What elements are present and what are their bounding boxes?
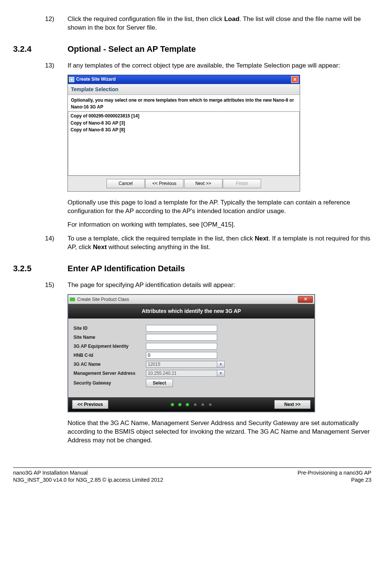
next-button[interactable]: Next >> (184, 179, 222, 188)
step-number: 12) (13, 15, 68, 32)
svg-rect-1 (71, 78, 73, 81)
wizard-title: Create Site Product Class (77, 296, 129, 302)
ac-name-label: 3G AC Name (72, 360, 144, 369)
hnb-cid-input[interactable] (146, 352, 217, 359)
template-selection-wizard: Create Site Wizard ✕ Template Selection … (68, 75, 300, 192)
wizard-titlebar: Create Site Product Class ✕ (68, 295, 314, 304)
cancel-button[interactable]: Cancel (107, 179, 145, 188)
list-item[interactable]: Copy of 000295-0000023815 [14] (70, 113, 298, 119)
progress-dot-icon (171, 403, 174, 406)
site-name-input[interactable] (146, 334, 217, 341)
mgmt-server-combo[interactable]: ▼ (146, 370, 225, 377)
finish-button: Finish (223, 179, 261, 188)
progress-dot-icon (194, 403, 197, 406)
equipment-identity-input[interactable] (146, 343, 217, 350)
step-text: To use a template, click the required te… (68, 234, 371, 252)
app-icon (70, 298, 75, 301)
section-number: 3.2.4 (13, 44, 68, 55)
section-heading-325: 3.2.5 Enter AP Identification Details (13, 263, 371, 274)
section-number: 3.2.5 (13, 263, 68, 274)
step-text: Click the required configuration file in… (68, 15, 371, 32)
security-gateway-label: Security Gateway (72, 378, 144, 388)
step-number: 14) (13, 234, 68, 252)
section-heading-324: 3.2.4 Optional - Select an AP Template (13, 44, 371, 55)
progress-dot-icon (201, 403, 204, 406)
mgmt-server-input (146, 370, 217, 377)
chapter-title: Pre-Provisioning a nano3G AP (297, 469, 371, 477)
step-text: If any templates of the correct object t… (68, 62, 371, 70)
page-number: Page 23 (297, 476, 371, 484)
paragraph: Optionally use this page to load a templ… (68, 198, 371, 216)
step-14: 14) To use a template, click the require… (13, 234, 371, 252)
wizard-title: Create Site Wizard (76, 76, 116, 82)
equipment-identity-label: 3G AP Equipment Identity (72, 342, 144, 351)
ap-identification-wizard: Create Site Product Class ✕ Attributes w… (68, 294, 315, 412)
wizard-footer: << Previous Next >> (68, 397, 314, 412)
footer-right: Pre-Provisioning a nano3G AP Page 23 (297, 469, 371, 484)
wizard-instruction: Optionally, you may select one or more t… (68, 95, 300, 111)
wizard-footer: Cancel << Previous Next >> Finish (68, 176, 300, 191)
wizard-titlebar: Create Site Wizard ✕ (68, 75, 300, 84)
chevron-down-icon[interactable]: ▼ (217, 361, 225, 368)
footer-left: nano3G AP Installation Manual N3G_INST_3… (13, 469, 163, 484)
previous-button[interactable]: << Previous (72, 400, 108, 409)
next-button[interactable]: Next >> (274, 400, 311, 409)
select-gateway-button[interactable]: Select (146, 379, 173, 387)
wizard-header: Attributes which identify the new 3G AP (68, 304, 314, 319)
wizard-subheader: Template Selection (68, 84, 300, 95)
progress-dot-icon (209, 403, 212, 406)
wizard-icon (69, 77, 74, 82)
ac-name-combo[interactable]: ▼ (146, 361, 225, 368)
step-number: 15) (13, 281, 68, 290)
step-text: The page for specifying AP identificatio… (68, 281, 371, 290)
hnb-cid-label: HNB C-Id (72, 351, 144, 360)
doc-version: N3G_INST_300 v14.0 for N3G_2.85 © ip.acc… (13, 476, 163, 484)
template-list[interactable]: Copy of 000295-0000023815 [14] Copy of N… (68, 111, 300, 176)
manual-title: nano3G AP Installation Manual (13, 469, 163, 477)
site-id-input[interactable] (146, 325, 217, 332)
section-title: Enter AP Identification Details (68, 263, 185, 274)
close-icon[interactable]: ✕ (291, 76, 299, 83)
step-15: 15) The page for specifying AP identific… (13, 281, 371, 290)
previous-button[interactable]: << Previous (145, 179, 183, 188)
close-icon[interactable]: ✕ (298, 296, 313, 303)
progress-dot-icon (179, 403, 181, 406)
step-number: 13) (13, 62, 68, 70)
progress-dot-icon (186, 403, 189, 406)
chevron-down-icon[interactable]: ▼ (217, 370, 225, 377)
progress-dots (108, 401, 274, 407)
paragraph: For information on working with template… (68, 221, 371, 229)
mgmt-server-label: Management Server Address (72, 369, 144, 378)
step-12: 12) Click the required configuration fil… (13, 15, 371, 32)
wizard-form: Site ID Site Name 3G AP Equipment Identi… (68, 319, 314, 397)
paragraph: Notice that the 3G AC Name, Management S… (68, 419, 371, 445)
site-id-label: Site ID (72, 324, 144, 333)
page-footer: nano3G AP Installation Manual N3G_INST_3… (13, 467, 371, 484)
list-item[interactable]: Copy of Nano-8 3G AP [8] (70, 126, 298, 133)
section-title: Optional - Select an AP Template (68, 44, 196, 55)
step-13: 13) If any templates of the correct obje… (13, 62, 371, 70)
list-item[interactable]: Copy of Nano-8 3G AP [3] (70, 120, 298, 126)
site-name-label: Site Name (72, 333, 144, 342)
ac-name-input (146, 361, 217, 368)
